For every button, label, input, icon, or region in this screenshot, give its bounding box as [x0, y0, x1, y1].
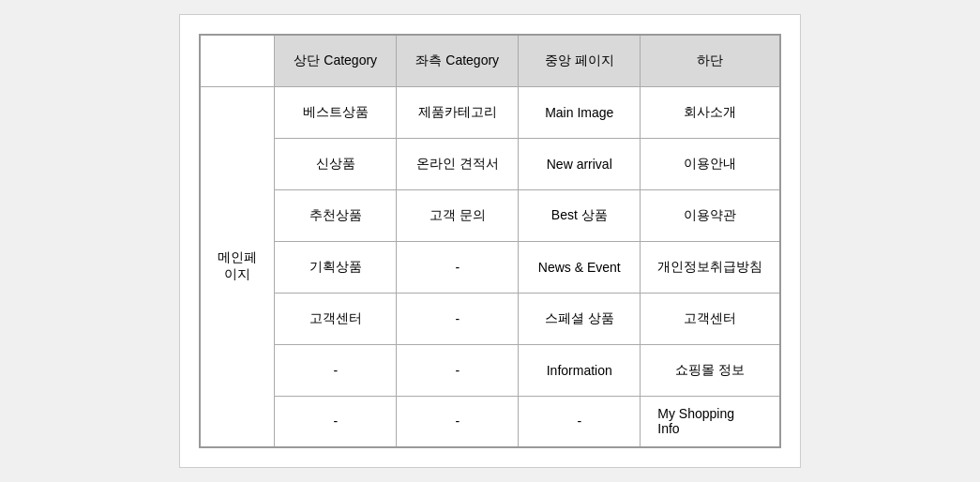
cell-row1-col0: 신상품	[275, 138, 397, 189]
col-header-top-category: 상단 Category	[275, 35, 397, 86]
cell-row2-col3: 이용약관	[641, 189, 781, 241]
cell-row0-col3: 회사소개	[641, 86, 781, 138]
cell-row1-col3: 이용안내	[641, 138, 781, 189]
cell-row5-col3: 쇼핑몰 정보	[641, 344, 781, 396]
cell-row5-col0: -	[275, 344, 397, 396]
cell-row3-col1: -	[397, 241, 519, 293]
cell-row1-col2: New arrival	[519, 138, 641, 189]
col-header-center-page: 중앙 페이지	[519, 35, 641, 86]
cell-row0-col0: 베스트상품	[275, 86, 397, 138]
cell-row6-col1: -	[397, 396, 519, 447]
cell-row2-col2: Best 상품	[519, 189, 641, 241]
col-header-bottom: 하단	[641, 35, 781, 86]
cell-row4-col3: 고객센터	[641, 293, 781, 344]
cell-row2-col0: 추천상품	[275, 189, 397, 241]
cell-row3-col2: News & Event	[519, 241, 641, 293]
cell-row3-col3: 개인정보취급방침	[641, 241, 781, 293]
cell-row6-col3: My Shopping Info	[641, 396, 781, 447]
cell-row0-col1: 제품카테고리	[397, 86, 519, 138]
cell-row3-col0: 기획상품	[275, 241, 397, 293]
main-container: 상단 Category 좌측 Category 중앙 페이지 하단 메인페이지베…	[179, 14, 802, 468]
cell-row4-col0: 고객센터	[275, 293, 397, 344]
main-table: 상단 Category 좌측 Category 중앙 페이지 하단 메인페이지베…	[199, 34, 782, 448]
cell-row0-col2: Main Image	[519, 86, 641, 138]
col-header-left-category: 좌측 Category	[397, 35, 519, 86]
cell-row2-col1: 고객 문의	[397, 189, 519, 241]
main-row-header: 메인페이지	[200, 86, 275, 447]
cell-row6-col2: -	[519, 396, 641, 447]
cell-row5-col1: -	[397, 344, 519, 396]
cell-row4-col1: -	[397, 293, 519, 344]
row-header-spacer	[200, 35, 275, 86]
cell-row5-col2: Information	[519, 344, 641, 396]
cell-row1-col1: 온라인 견적서	[397, 138, 519, 189]
cell-row4-col2: 스페셜 상품	[519, 293, 641, 344]
cell-row6-col0: -	[275, 396, 397, 447]
